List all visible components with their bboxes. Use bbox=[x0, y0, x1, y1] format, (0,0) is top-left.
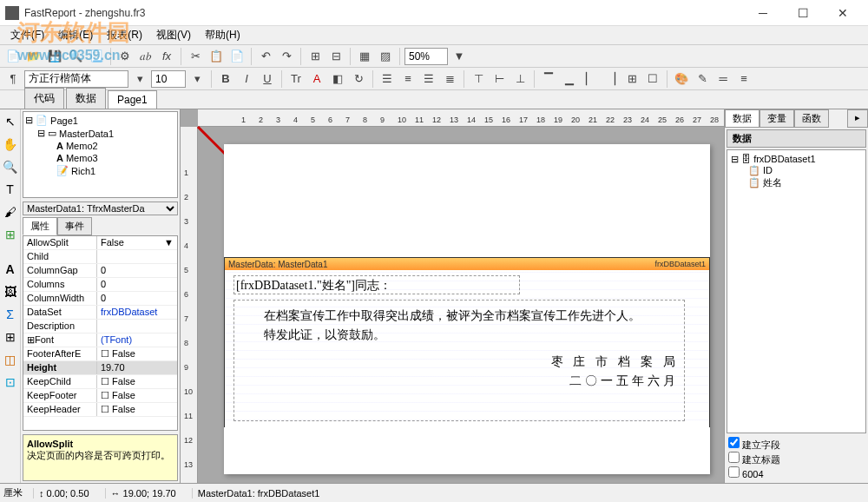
chk-count[interactable]: 6004 bbox=[728, 466, 865, 479]
memo-tool-icon[interactable]: A bbox=[2, 261, 19, 278]
prop-row[interactable]: KeepHeader☐ False bbox=[23, 403, 177, 417]
undo-icon[interactable]: ↶ bbox=[256, 47, 275, 66]
prop-row[interactable]: FooterAfterE☐ False bbox=[23, 347, 177, 361]
other-tool-icon[interactable]: ⊡ bbox=[2, 373, 19, 391]
prop-row[interactable]: KeepFooter☐ False bbox=[23, 389, 177, 403]
align-right-icon[interactable]: ☰ bbox=[419, 69, 438, 89]
border-bottom-icon[interactable]: ▁ bbox=[560, 69, 579, 89]
valign-top-icon[interactable]: ⊤ bbox=[469, 69, 488, 89]
design-canvas[interactable]: 1234567891011121314151617181920212223242… bbox=[181, 109, 724, 483]
size-input[interactable] bbox=[151, 70, 186, 88]
font-dropdown-icon[interactable]: ▾ bbox=[130, 69, 149, 89]
prop-row[interactable]: ⊞Font(TFont) bbox=[23, 334, 177, 347]
minimize-button[interactable]: ─ bbox=[743, 0, 783, 26]
menu-file[interactable]: 文件(F) bbox=[3, 26, 51, 44]
events-tab[interactable]: 事件 bbox=[57, 217, 92, 235]
prop-row[interactable]: ColumnGap0 bbox=[23, 264, 177, 278]
memo-greeting[interactable]: [frxDBDataset1."姓名"]同志： bbox=[233, 275, 520, 294]
menu-view[interactable]: 视图(V) bbox=[149, 26, 198, 44]
redo-icon[interactable]: ↷ bbox=[277, 47, 296, 66]
page-icon[interactable]: 📃 bbox=[87, 47, 106, 66]
report-tree[interactable]: ⊟ 📄 Page1 ⊟ ▭ MasterData1 A Memo2 A Memo… bbox=[23, 111, 178, 198]
ungroup-icon[interactable]: ⊟ bbox=[326, 47, 345, 66]
prop-row[interactable]: DataSetfrxDBDataset bbox=[23, 306, 177, 320]
prop-row[interactable]: Child bbox=[23, 250, 177, 264]
border-none-icon[interactable]: ☐ bbox=[643, 69, 662, 89]
send-back-icon[interactable]: ▨ bbox=[376, 47, 395, 66]
data-tree[interactable]: ⊟ 🗄 frxDBDataset1 📋 ID 📋 姓名 bbox=[727, 149, 866, 433]
menu-edit[interactable]: 编辑(E) bbox=[51, 26, 100, 44]
chk-create-fields[interactable]: 建立字段 bbox=[728, 437, 865, 452]
preview-icon[interactable]: 🔍 bbox=[66, 47, 85, 66]
format-tool-icon[interactable]: 🖌 bbox=[2, 203, 19, 221]
report-page[interactable]: MasterData: MasterData1 frxDBDataset1 [f… bbox=[224, 144, 710, 474]
cut-icon[interactable]: ✂ bbox=[186, 47, 205, 66]
props-tab[interactable]: 属性 bbox=[23, 217, 57, 235]
tab-page1[interactable]: Page1 bbox=[108, 90, 157, 109]
new-icon[interactable]: 📄 bbox=[3, 47, 23, 66]
align-left-icon[interactable]: ☰ bbox=[378, 69, 397, 89]
close-button[interactable]: ✕ bbox=[823, 0, 863, 26]
prop-row[interactable]: KeepChild☐ False bbox=[23, 375, 177, 389]
font-color-icon[interactable]: A bbox=[307, 69, 326, 89]
subreport-tool-icon[interactable]: Σ bbox=[2, 306, 19, 323]
tab-data[interactable]: 数据 bbox=[66, 88, 106, 109]
rtab-funcs[interactable]: 函数 bbox=[794, 109, 829, 128]
tab-code[interactable]: 代码 bbox=[24, 88, 64, 109]
border-all-icon[interactable]: ⊞ bbox=[622, 69, 641, 89]
valign-middle-icon[interactable]: ⊢ bbox=[490, 69, 509, 89]
rtab-more-icon[interactable]: ▸ bbox=[847, 109, 868, 128]
rotate-icon[interactable]: ↻ bbox=[349, 69, 368, 89]
draw-tool-icon[interactable]: ◫ bbox=[2, 351, 19, 368]
prop-row[interactable]: Height19.70 bbox=[23, 361, 177, 375]
border-top-icon[interactable]: ▔ bbox=[539, 69, 558, 89]
border-style-icon[interactable]: ═ bbox=[713, 69, 733, 89]
border-color-icon[interactable]: ✎ bbox=[693, 69, 712, 89]
font-select[interactable] bbox=[24, 70, 128, 88]
text-tool-icon[interactable]: T bbox=[2, 181, 19, 198]
align-justify-icon[interactable]: ≣ bbox=[440, 69, 459, 89]
hand-tool-icon[interactable]: ✋ bbox=[2, 135, 19, 153]
bring-front-icon[interactable]: ▦ bbox=[355, 47, 374, 66]
border-width-icon[interactable]: ≡ bbox=[734, 69, 753, 89]
rich-body[interactable]: 在档案宣传工作中取得突出成绩，被评为全市档案宣传工作先进个人。 特发此证，以资鼓… bbox=[233, 300, 685, 421]
group-icon[interactable]: ⊞ bbox=[306, 47, 325, 66]
menu-report[interactable]: 报表(R) bbox=[100, 26, 149, 44]
band-tool-icon[interactable]: ⊞ bbox=[2, 226, 19, 243]
masterdata-band[interactable]: MasterData: MasterData1 frxDBDataset1 [f… bbox=[224, 257, 710, 427]
italic-icon[interactable]: I bbox=[237, 69, 256, 89]
valign-bottom-icon[interactable]: ⊥ bbox=[510, 69, 529, 89]
zoom-input[interactable] bbox=[404, 48, 448, 65]
chk-create-title[interactable]: 建立标题 bbox=[728, 452, 865, 466]
underline-icon[interactable]: U bbox=[258, 69, 277, 89]
vars-icon[interactable]: 𝑎𝑏 bbox=[136, 47, 155, 66]
rtab-vars[interactable]: 变量 bbox=[760, 109, 794, 128]
open-icon[interactable]: 📂 bbox=[24, 47, 43, 66]
border-left-icon[interactable]: ▏ bbox=[581, 69, 600, 89]
font-settings-icon[interactable]: Tr bbox=[286, 69, 306, 89]
prop-row[interactable]: Columns0 bbox=[23, 278, 177, 292]
property-grid[interactable]: AllowSplitFalse ▼ChildColumnGap0Columns0… bbox=[23, 235, 178, 431]
zoom-dropdown-icon[interactable]: ▼ bbox=[450, 47, 469, 66]
paste-icon[interactable]: 📄 bbox=[227, 47, 247, 66]
bold-icon[interactable]: B bbox=[216, 69, 235, 89]
size-dropdown-icon[interactable]: ▾ bbox=[187, 69, 207, 89]
menu-help[interactable]: 帮助(H) bbox=[198, 26, 247, 44]
page-settings-icon[interactable]: ⚙ bbox=[115, 47, 135, 66]
style-icon[interactable]: ¶ bbox=[3, 69, 23, 89]
prop-row[interactable]: Description bbox=[23, 320, 177, 334]
band-header[interactable]: MasterData: MasterData1 frxDBDataset1 bbox=[225, 258, 709, 270]
picture-tool-icon[interactable]: 🖼 bbox=[2, 283, 19, 301]
system-tool-icon[interactable]: ⊞ bbox=[2, 328, 19, 346]
prop-row[interactable]: AllowSplitFalse ▼ bbox=[23, 236, 177, 250]
select-tool-icon[interactable]: ↖ bbox=[2, 113, 19, 130]
zoom-tool-icon[interactable]: 🔍 bbox=[2, 158, 19, 175]
save-icon[interactable]: 💾 bbox=[45, 47, 64, 66]
copy-icon[interactable]: 📋 bbox=[207, 47, 226, 66]
object-selector[interactable]: MasterData1: TfrxMasterDa bbox=[23, 201, 178, 215]
highlight-icon[interactable]: ◧ bbox=[328, 69, 347, 89]
rtab-data[interactable]: 数据 bbox=[725, 109, 760, 128]
align-center-icon[interactable]: ≡ bbox=[398, 69, 418, 89]
border-right-icon[interactable]: ▕ bbox=[602, 69, 621, 89]
prop-row[interactable]: ColumnWidth0 bbox=[23, 292, 177, 306]
